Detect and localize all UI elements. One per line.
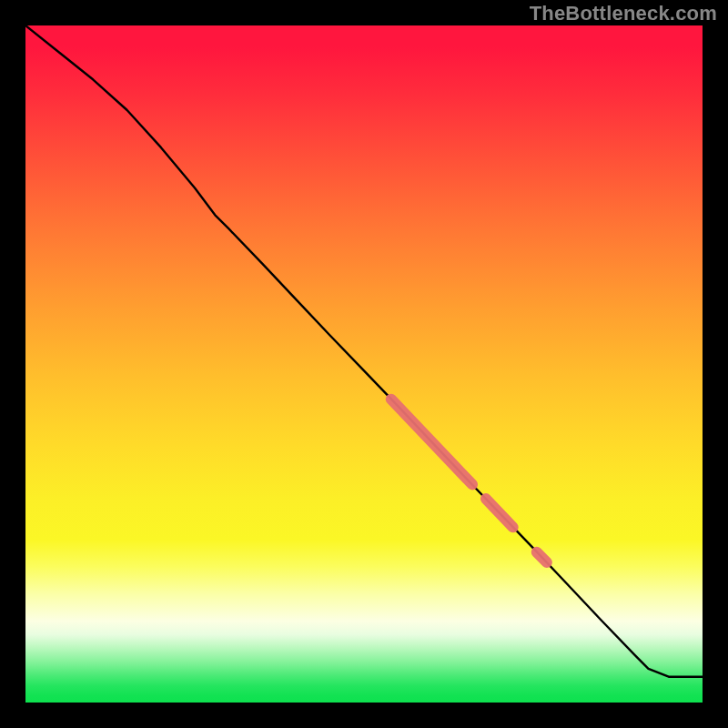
plot-area — [25, 25, 703, 703]
main-line — [25, 25, 703, 677]
highlight-segment-1 — [486, 499, 513, 527]
watermark-text: TheBottleneck.com — [530, 2, 717, 25]
highlight-segment-2 — [537, 552, 547, 562]
chart-stage: TheBottleneck.com — [0, 0, 728, 728]
highlight-segment-0 — [391, 399, 472, 485]
curve-layer — [25, 25, 703, 703]
